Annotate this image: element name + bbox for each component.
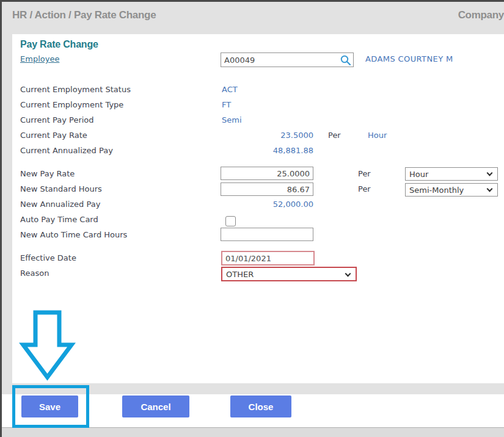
new-auto-time-card-hours-label: New Auto Time Card Hours	[20, 230, 127, 239]
current-employment-type-value: FT	[222, 100, 231, 109]
current-pay-rate-unit: Hour	[368, 131, 387, 140]
close-button[interactable]: Close	[230, 395, 291, 417]
current-annualized-pay-label: Current Annualized Pay	[20, 146, 113, 155]
current-pay-rate-value: 23.5000	[222, 131, 313, 140]
current-employment-status-value: ACT	[222, 85, 238, 94]
employee-link[interactable]: Employee	[20, 54, 59, 63]
new-pay-rate-per-select-value: Hour	[409, 170, 428, 179]
search-icon[interactable]	[340, 55, 351, 65]
chevron-down-icon	[487, 186, 493, 192]
reason-select[interactable]: OTHER	[221, 267, 357, 281]
window-border-left	[0, 0, 2, 437]
new-pay-rate-per-label: Per	[358, 169, 371, 178]
current-pay-period-value: Semi	[222, 115, 242, 125]
new-standard-hours-per-label: Per	[358, 184, 371, 193]
bottom-strip	[2, 427, 504, 437]
current-pay-rate-per-label: Per	[328, 131, 341, 140]
current-pay-period-label: Current Pay Period	[20, 115, 94, 125]
save-button[interactable]: Save	[21, 395, 78, 417]
auto-pay-time-card-label: Auto Pay Time Card	[20, 215, 98, 224]
new-auto-time-card-hours-input[interactable]	[221, 228, 313, 241]
new-standard-hours-label: New Standard Hours	[20, 184, 102, 193]
chevron-down-icon	[345, 271, 351, 277]
breadcrumb: HR / Action / Pay Rate Change	[12, 9, 156, 21]
new-pay-rate-input[interactable]	[221, 167, 313, 180]
cancel-button[interactable]: Cancel	[122, 395, 189, 417]
current-employment-type-label: Current Employment Type	[20, 100, 123, 109]
new-annualized-pay-label: New Annualized Pay	[20, 200, 100, 209]
employee-name: ADAMS COURTNEY M	[365, 54, 453, 63]
employee-field-wrap	[221, 52, 354, 67]
current-pay-rate-label: Current Pay Rate	[20, 131, 87, 140]
form-panel: Pay Rate Change Employee ADAMS COURTNEY …	[12, 34, 504, 383]
current-employment-status-label: Current Employment Status	[20, 85, 131, 94]
pay-rate-change-window: HR / Action / Pay Rate Change Company Pa…	[0, 0, 504, 437]
new-pay-rate-per-select[interactable]: Hour	[405, 167, 498, 181]
new-pay-rate-label: New Pay Rate	[20, 169, 75, 178]
employee-input[interactable]	[221, 52, 354, 67]
company-label: Company	[458, 9, 504, 21]
current-annualized-pay-value: 48,881.88	[222, 146, 313, 155]
chevron-down-icon	[487, 170, 493, 176]
effective-date-input[interactable]	[221, 251, 315, 265]
page-title: Pay Rate Change	[20, 39, 98, 50]
effective-date-label: Effective Date	[20, 253, 76, 262]
new-standard-hours-per-select[interactable]: Semi-Monthly	[405, 183, 498, 197]
window-border-top	[0, 0, 504, 2]
new-standard-hours-per-select-value: Semi-Monthly	[409, 186, 464, 195]
reason-select-value: OTHER	[226, 270, 254, 279]
reason-label: Reason	[20, 269, 49, 278]
new-standard-hours-input[interactable]	[221, 182, 313, 196]
new-annualized-pay-value: 52,000.00	[222, 200, 313, 209]
auto-pay-time-card-checkbox[interactable]	[225, 216, 236, 226]
